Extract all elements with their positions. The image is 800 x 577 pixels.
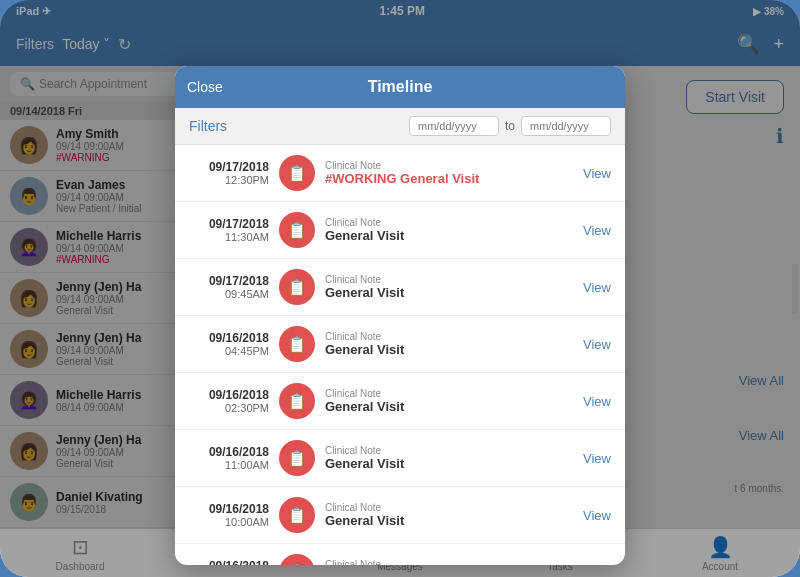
timeline-time: 04:45PM [189, 345, 269, 357]
timeline-info: Clinical Note General Visit [325, 502, 573, 528]
timeline-info: Clinical Note General Visit [325, 331, 573, 357]
timeline-desc: General Visit [325, 285, 573, 300]
timeline-date-col: 09/16/2018 04:45PM [189, 331, 269, 357]
timeline-modal: Close Timeline Filters to 09/17/2018 12:… [175, 66, 625, 565]
view-link-7[interactable]: View [583, 508, 611, 523]
timeline-desc: General Visit [325, 342, 573, 357]
view-link-2[interactable]: View [583, 223, 611, 238]
timeline-time: 11:00AM [189, 459, 269, 471]
timeline-item[interactable]: 09/17/2018 09:45AM 📋 Clinical Note Gener… [175, 259, 625, 316]
date-range: to [409, 116, 611, 136]
modal-filter-bar: Filters to [175, 108, 625, 145]
timeline-type: Clinical Note [325, 445, 573, 456]
timeline-info: Clinical Note General Visit [325, 388, 573, 414]
view-link-1[interactable]: View [583, 166, 611, 181]
date-to-input[interactable] [521, 116, 611, 136]
timeline-date: 09/16/2018 [189, 559, 269, 565]
timeline-icon-wrap: 📋 [279, 383, 315, 419]
timeline-time: 09:45AM [189, 288, 269, 300]
timeline-date: 09/17/2018 [189, 217, 269, 231]
timeline-type: Clinical Note [325, 388, 573, 399]
timeline-icon-wrap: 📋 [279, 212, 315, 248]
modal-overlay: Close Timeline Filters to 09/17/2018 12:… [0, 0, 800, 577]
timeline-time: 11:30AM [189, 231, 269, 243]
timeline-time: 12:30PM [189, 174, 269, 186]
date-from-input[interactable] [409, 116, 499, 136]
timeline-date: 09/16/2018 [189, 445, 269, 459]
timeline-desc: General Visit [325, 513, 573, 528]
view-link-3[interactable]: View [583, 280, 611, 295]
view-link-5[interactable]: View [583, 394, 611, 409]
clinical-note-icon: 📋 [287, 506, 307, 525]
modal-close-button[interactable]: Close [187, 79, 223, 95]
timeline-type: Clinical Note [325, 331, 573, 342]
timeline-desc: General Visit [325, 228, 573, 243]
view-link-4[interactable]: View [583, 337, 611, 352]
timeline-type: Clinical Note [325, 217, 573, 228]
timeline-desc: General Visit [325, 456, 573, 471]
timeline-info: Clinical Note General Visit [325, 217, 573, 243]
timeline-icon-wrap: 📋 [279, 326, 315, 362]
timeline-type: Clinical Note [325, 274, 573, 285]
timeline-date-col: 09/17/2018 11:30AM [189, 217, 269, 243]
timeline-date: 09/17/2018 [189, 160, 269, 174]
modal-filters-label[interactable]: Filters [189, 118, 227, 134]
timeline-type: Clinical Note [325, 160, 573, 171]
timeline-date: 09/16/2018 [189, 388, 269, 402]
timeline-date: 09/16/2018 [189, 502, 269, 516]
timeline-icon-wrap: 📋 [279, 497, 315, 533]
timeline-desc: #WORKING General Visit [325, 171, 573, 186]
timeline-desc: General Visit [325, 399, 573, 414]
timeline-date-col: 09/16/2018 02:30PM [189, 388, 269, 414]
timeline-item[interactable]: 09/16/2018 09:00AM 📋 Clinical Note Gener… [175, 544, 625, 565]
timeline-date-col: 09/17/2018 12:30PM [189, 160, 269, 186]
timeline-item[interactable]: 09/16/2018 10:00AM 📋 Clinical Note Gener… [175, 487, 625, 544]
clinical-note-icon: 📋 [287, 164, 307, 183]
timeline-icon-wrap: 📋 [279, 269, 315, 305]
timeline-info: Clinical Note General Visit [325, 274, 573, 300]
clinical-note-icon: 📋 [287, 563, 307, 566]
timeline-date-col: 09/16/2018 11:00AM [189, 445, 269, 471]
clinical-note-icon: 📋 [287, 278, 307, 297]
timeline-date-col: 09/17/2018 09:45AM [189, 274, 269, 300]
ipad-frame: iPad ✈ 1:45 PM ▶ 38% Filters Today ˅ ↻ 🔍… [0, 0, 800, 577]
modal-title: Timeline [368, 78, 433, 96]
timeline-item[interactable]: 09/16/2018 02:30PM 📋 Clinical Note Gener… [175, 373, 625, 430]
timeline-item[interactable]: 09/16/2018 11:00AM 📋 Clinical Note Gener… [175, 430, 625, 487]
modal-header: Close Timeline [175, 66, 625, 108]
date-to-label: to [505, 119, 515, 133]
timeline-date-col: 09/16/2018 09:00AM [189, 559, 269, 565]
view-link-6[interactable]: View [583, 451, 611, 466]
timeline-icon-wrap: 📋 [279, 155, 315, 191]
timeline-time: 10:00AM [189, 516, 269, 528]
timeline-info: Clinical Note #WORKING General Visit [325, 160, 573, 186]
timeline-info: Clinical Note General Visit [325, 559, 573, 565]
timeline-list: 09/17/2018 12:30PM 📋 Clinical Note #WORK… [175, 145, 625, 565]
timeline-info: Clinical Note General Visit [325, 445, 573, 471]
timeline-item[interactable]: 09/17/2018 12:30PM 📋 Clinical Note #WORK… [175, 145, 625, 202]
clinical-note-icon: 📋 [287, 335, 307, 354]
clinical-note-icon: 📋 [287, 221, 307, 240]
timeline-date: 09/17/2018 [189, 274, 269, 288]
timeline-date-col: 09/16/2018 10:00AM [189, 502, 269, 528]
timeline-item[interactable]: 09/17/2018 11:30AM 📋 Clinical Note Gener… [175, 202, 625, 259]
timeline-date: 09/16/2018 [189, 331, 269, 345]
timeline-item[interactable]: 09/16/2018 04:45PM 📋 Clinical Note Gener… [175, 316, 625, 373]
timeline-icon-wrap: 📋 [279, 440, 315, 476]
timeline-type: Clinical Note [325, 559, 573, 565]
view-link-8[interactable]: View [583, 565, 611, 566]
clinical-note-icon: 📋 [287, 392, 307, 411]
timeline-icon-wrap: 📋 [279, 554, 315, 565]
timeline-type: Clinical Note [325, 502, 573, 513]
timeline-time: 02:30PM [189, 402, 269, 414]
clinical-note-icon: 📋 [287, 449, 307, 468]
